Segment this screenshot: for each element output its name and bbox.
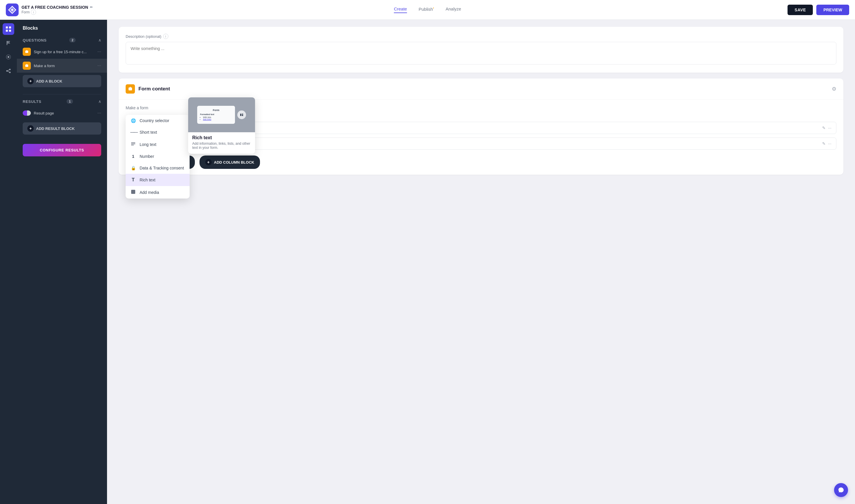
form-content-card: Form content ⚙ Make a form 🌐 Country sel… xyxy=(119,78,843,175)
tooltip-description: Add information, links, lists, and other… xyxy=(188,142,255,150)
svg-rect-19 xyxy=(131,144,135,144)
logo[interactable]: GET A FREE COACHING SESSION ✏ Form i xyxy=(6,3,93,16)
tab-publish[interactable]: Publish• xyxy=(418,6,434,13)
svg-rect-14 xyxy=(25,65,28,67)
country-selector-icon: 🌐 xyxy=(130,118,136,123)
dropdown-item-number[interactable]: 1 Number xyxy=(126,150,190,162)
preview-button[interactable]: PREVIEW xyxy=(816,5,849,15)
form-card-gear-icon[interactable]: ⚙ xyxy=(832,86,836,92)
dropdown-item-rich-text[interactable]: T Rich text xyxy=(126,174,190,186)
result-1-label: Result page xyxy=(34,111,94,115)
question-2-label: Make a form xyxy=(34,64,94,68)
main-content: Description (optional) i Form content ⚙ … xyxy=(107,20,855,504)
add-column-block-plus-icon: + xyxy=(205,159,212,165)
tab-analyze[interactable]: Analyze xyxy=(446,6,461,13)
sidebar-questions-chevron: ∧ xyxy=(98,38,101,42)
input-2-edit-icon[interactable]: ✎ xyxy=(822,141,826,146)
tooltip-list-item-2: Add links xyxy=(203,118,232,120)
description-label: Description (optional) i xyxy=(126,34,836,39)
svg-rect-16 xyxy=(128,88,132,90)
form-card-title: Form content xyxy=(126,84,170,94)
svg-line-10 xyxy=(8,70,9,71)
nav-tabs: Create Publish• Analyze xyxy=(394,6,461,13)
sidebar-results-badge: 1 xyxy=(67,99,73,104)
edit-icon[interactable]: ✏ xyxy=(90,5,93,9)
save-button[interactable]: SAVE xyxy=(787,5,813,15)
question-1-more[interactable]: ··· xyxy=(98,49,101,54)
iconbar-flag[interactable] xyxy=(3,37,14,49)
question-1-icon xyxy=(23,48,31,56)
svg-rect-21 xyxy=(131,190,135,194)
description-card: Description (optional) i xyxy=(119,27,843,73)
input-1-more-icon[interactable]: ··· xyxy=(828,126,832,130)
add-result-block-label: ADD RESULT BLOCK xyxy=(36,126,75,131)
dropdown-menu: 🌐 Country selector —— Short text Long te… xyxy=(126,115,190,199)
svg-rect-18 xyxy=(131,142,135,143)
iconbar-grid[interactable] xyxy=(3,23,14,35)
dropdown-item-country[interactable]: 🌐 Country selector xyxy=(126,115,190,126)
sidebar-questions-header[interactable]: Questions 2 ∧ xyxy=(17,35,107,45)
dropdown-item-short-text[interactable]: —— Short text xyxy=(126,126,190,138)
question-2-icon xyxy=(23,61,31,70)
sidebar: Blocks Questions 2 ∧ Sign up for a free … xyxy=(17,20,107,504)
tooltip-preview: Form Formatted text With lists Add links xyxy=(188,97,255,132)
chat-button[interactable] xyxy=(834,483,848,497)
svg-rect-4 xyxy=(9,30,11,32)
result-1-icon xyxy=(23,109,31,117)
add-result-block-icon: + xyxy=(27,125,34,132)
rich-text-tooltip: Form Formatted text With lists Add links xyxy=(188,97,255,154)
project-title: GET A FREE COACHING SESSION xyxy=(21,5,88,10)
sidebar-results-chevron: ∧ xyxy=(98,99,101,104)
svg-point-8 xyxy=(6,70,8,72)
tooltip-preview-card: Form Formatted text With lists Add links xyxy=(197,106,235,124)
svg-point-9 xyxy=(9,72,11,73)
svg-point-22 xyxy=(132,191,133,192)
svg-point-17 xyxy=(130,87,131,88)
iconbar-share[interactable] xyxy=(3,65,14,77)
description-textarea[interactable] xyxy=(126,42,836,65)
result-1-more[interactable]: ··· xyxy=(98,110,101,116)
tab-create[interactable]: Create xyxy=(394,6,407,13)
topnav-actions: SAVE PREVIEW xyxy=(787,5,849,15)
sidebar-section-results: Results 1 ∧ Result page ··· + ADD RESULT… xyxy=(17,97,107,137)
form-card-title-text: Form content xyxy=(138,86,170,92)
sidebar-item-result-1[interactable]: Result page ··· xyxy=(17,106,107,120)
question-2-more[interactable]: ··· xyxy=(98,63,101,68)
dropdown-item-add-media[interactable]: Add media xyxy=(126,186,190,199)
iconbar-gear[interactable] xyxy=(3,51,14,63)
topnav: GET A FREE COACHING SESSION ✏ Form i Cre… xyxy=(0,0,855,20)
info-icon[interactable]: i xyxy=(31,10,36,15)
input-2-more-icon[interactable]: ··· xyxy=(828,141,832,146)
sidebar-item-question-2[interactable]: Make a form ··· xyxy=(17,59,107,73)
sidebar-results-header[interactable]: Results 1 ∧ xyxy=(17,97,107,106)
configure-results-button[interactable]: CONFIGURE RESULTS xyxy=(23,144,101,156)
dropdown-item-long-text[interactable]: Long text xyxy=(126,138,190,150)
short-text-icon: —— xyxy=(130,130,136,134)
sidebar-results-label: Results xyxy=(23,100,41,104)
consent-icon: 🔒 xyxy=(130,166,136,170)
sidebar-title: Blocks xyxy=(17,25,107,35)
dropdown-item-consent[interactable]: 🔒 Data & Tracking consent xyxy=(126,162,190,174)
description-info-icon[interactable]: i xyxy=(163,34,168,39)
long-text-icon xyxy=(130,142,136,147)
question-1-label: Sign up for a free 15-minute c... xyxy=(34,50,94,54)
project-subtitle: Form xyxy=(21,10,30,14)
sidebar-item-question-1[interactable]: Sign up for a free 15-minute c... ··· xyxy=(17,45,107,59)
tooltip-preview-icon xyxy=(237,110,246,119)
tooltip-formatted-text: Formatted text xyxy=(200,113,232,115)
input-row-2-actions: ✎ ··· xyxy=(822,141,832,146)
tooltip-title: Rich text xyxy=(188,132,255,142)
form-card-icon xyxy=(126,84,135,94)
tooltip-list: With lists Add links xyxy=(200,116,232,120)
add-block-btn[interactable]: + ADD A BLOCK xyxy=(23,75,101,87)
add-block-label: ADD A BLOCK xyxy=(36,79,62,84)
add-media-icon xyxy=(130,190,136,195)
sidebar-divider-1 xyxy=(23,94,101,94)
add-column-block-button[interactable]: + ADD COLUMN BLOCK xyxy=(199,156,260,169)
input-1-edit-icon[interactable]: ✎ xyxy=(822,126,826,130)
add-block-icon: + xyxy=(27,78,34,84)
add-result-block-btn[interactable]: + ADD RESULT BLOCK xyxy=(23,122,101,134)
svg-rect-24 xyxy=(242,115,243,116)
bottom-buttons: + ADD FORM (LEAD) BLOCK + ADD COLUMN BLO… xyxy=(126,156,836,169)
svg-rect-12 xyxy=(25,51,28,53)
